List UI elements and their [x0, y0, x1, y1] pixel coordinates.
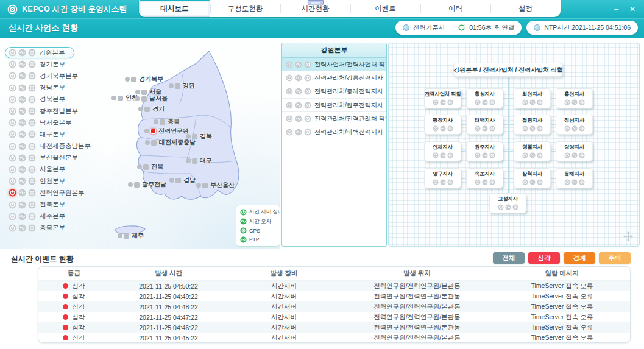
tree-node[interactable]: 인제지사 [424, 141, 461, 161]
sidebar-item-label: 인천본부 [40, 177, 65, 186]
event-row[interactable]: 심각 2021-11-25 04:49:22 시간서버 전력연구원/전력연구원/… [38, 291, 630, 301]
power-icon [475, 152, 481, 158]
tree-node[interactable]: 정선지사 [556, 115, 593, 135]
tree-node[interactable]: 태백지사 [466, 115, 503, 135]
office-list-row[interactable]: 전력관리처/동해전력지사 [282, 85, 386, 99]
sidebar-item[interactable]: 경남본부 [5, 82, 65, 94]
tab-item[interactable]: 대시보드 [139, 0, 210, 17]
tree-node[interactable]: 영월지사 [514, 141, 551, 161]
sidebar-item[interactable]: 부산울산본부 [5, 152, 78, 164]
wave-icon [529, 152, 536, 158]
tree-node[interactable]: 속초지사 [466, 168, 503, 188]
tree-node[interactable]: 원주지사 [466, 141, 503, 161]
sidebar-item-label: 남서울본부 [40, 119, 72, 127]
power-icon [286, 129, 293, 136]
status-pills: 전력기준시 01:56초 후 연결 NTP시간 2021-11-25 04:51… [395, 21, 638, 35]
sidebar-item[interactable]: 전북본부 [5, 199, 65, 210]
office-list-row[interactable]: 전력관리처/원주전력지사 [282, 99, 386, 112]
office-list-row[interactable]: 전력사업처/전력사업처 직할 [282, 58, 386, 71]
filter-button[interactable]: 심각 [528, 252, 560, 264]
office-list-row[interactable]: 전력관리처/전력관리처 직할 [282, 112, 386, 125]
wave-icon [295, 129, 302, 136]
office-list-label: 전력관리처/전력관리처 직할 [314, 115, 387, 123]
region-square-icon [175, 178, 181, 183]
sidebar-item[interactable]: 충북본부 [5, 222, 65, 234]
sidebar-item[interactable]: 제주본부 [5, 211, 65, 222]
tree-node[interactable]: 양양지사 [556, 141, 593, 161]
top-bar: KEPCO 시간 장비 운영시스템 대시보드 구성도현황 시간현황 이벤트 [0, 0, 644, 18]
tab-item[interactable]: 이벤트 [350, 0, 420, 17]
wave-icon [529, 99, 536, 105]
tree-node[interactable]: 횡성지사 [466, 88, 503, 108]
power-icon [522, 152, 528, 158]
minimize-button[interactable]: – [614, 5, 618, 13]
wave-icon [571, 125, 578, 132]
column-header: 알람 메시지 [494, 269, 630, 278]
sidebar-item[interactable]: 강원본부 [5, 47, 74, 58]
gps-icon [28, 154, 36, 162]
tree-node[interactable]: 삼척지사 [514, 168, 551, 188]
tree-node[interactable]: 고성지사 [489, 193, 526, 213]
power-icon [286, 102, 293, 109]
sidebar-item[interactable]: 경기북부본부 [5, 70, 78, 82]
event-row[interactable]: 심각 2021-11-25 04:45:22 시간서버 전력연구원/전력연구원/… [38, 333, 630, 343]
sidebar-item[interactable]: 광주전남본부 [5, 105, 78, 117]
sidebar-item[interactable]: 남서울본부 [5, 117, 72, 129]
tree-node[interactable]: 철원지사 [514, 115, 551, 135]
sidebar-item[interactable]: 인천본부 [5, 175, 65, 187]
window-handle[interactable] [308, 0, 324, 5]
event-row[interactable]: 심각 2021-11-25 04:48:22 시간서버 전력연구원/전력연구원/… [38, 301, 630, 312]
event-row[interactable]: 심각 2021-11-25 04:46:22 시간서버 전력연구원/전력연구원/… [38, 322, 630, 333]
gps-icon [489, 179, 495, 185]
tab-item[interactable]: 구성도현황 [210, 0, 280, 17]
tree-node[interactable]: 동해지사 [556, 168, 593, 188]
wave-icon [18, 60, 26, 68]
severity-label: 심각 [72, 292, 85, 301]
map-legend: 시간 서버 상태 시간 오차 GPS PTP [236, 205, 280, 247]
tree-node[interactable]: 평창지사 [424, 115, 461, 135]
wave-icon [482, 125, 488, 132]
sidebar-item-label: 서울본부 [40, 165, 65, 174]
tree-row-line [442, 98, 575, 99]
office-list-label: 전력관리처/강릉전력지사 [314, 74, 383, 82]
power-icon [286, 88, 293, 95]
filter-button[interactable]: 전체 [493, 252, 525, 264]
sidebar-item[interactable]: 대구본부 [5, 129, 65, 140]
tree-node[interactable]: 전력사업처 직할 [424, 88, 461, 108]
power-icon [9, 60, 16, 68]
tree-node-status [514, 152, 550, 158]
region-dot-icon [128, 182, 133, 187]
gps-icon [28, 107, 36, 115]
map-region-label: 강원 [169, 82, 195, 90]
sidebar-item[interactable]: 전력연구원본부 [5, 187, 85, 199]
event-row[interactable]: 심각 2021-11-25 04:47:22 시간서버 전력연구원/전력연구원/… [38, 312, 630, 322]
map-region-label: 대전세종충남 [145, 138, 196, 147]
legend-icon [240, 236, 247, 243]
sidebar-item[interactable]: 서울본부 [5, 164, 65, 175]
tab-item[interactable]: 이력 [420, 0, 490, 17]
sidebar-item[interactable]: 대전세종충남본부 [5, 141, 91, 152]
tab-item[interactable]: 설정 [490, 0, 561, 17]
wave-icon [482, 152, 488, 158]
filter-button[interactable]: 주의 [599, 252, 631, 264]
sidebar-item[interactable]: 경기본부 [5, 58, 65, 70]
filter-button[interactable]: 경계 [564, 252, 595, 264]
legend-row: GPS [240, 227, 276, 234]
event-row[interactable]: 심각 2021-11-25 04:50:22 시간서버 전력연구원/전력연구원/… [38, 281, 630, 291]
region-name: 강원 [183, 82, 195, 90]
tree-node[interactable]: 화천지사 [514, 88, 551, 108]
region-name: 경기북부 [139, 75, 163, 83]
tab-label: 이벤트 [375, 4, 396, 13]
gps-icon [28, 72, 36, 80]
gps-icon [447, 152, 453, 158]
office-list-row[interactable]: 전력관리처/태백전력지사 [282, 125, 386, 139]
tree-node[interactable]: 홍천지사 [556, 88, 593, 108]
map-region-label: 경기 [138, 105, 165, 113]
move-icon[interactable] [623, 231, 633, 241]
sidebar-item[interactable]: 경북본부 [5, 94, 65, 105]
office-list-row[interactable]: 전력관리처/강릉전력지사 [282, 71, 386, 85]
refresh-icon [458, 24, 465, 32]
close-button[interactable]: ✕ [629, 5, 635, 13]
tree-node[interactable]: 양구지사 [424, 168, 461, 188]
logo-target-icon [7, 4, 18, 15]
